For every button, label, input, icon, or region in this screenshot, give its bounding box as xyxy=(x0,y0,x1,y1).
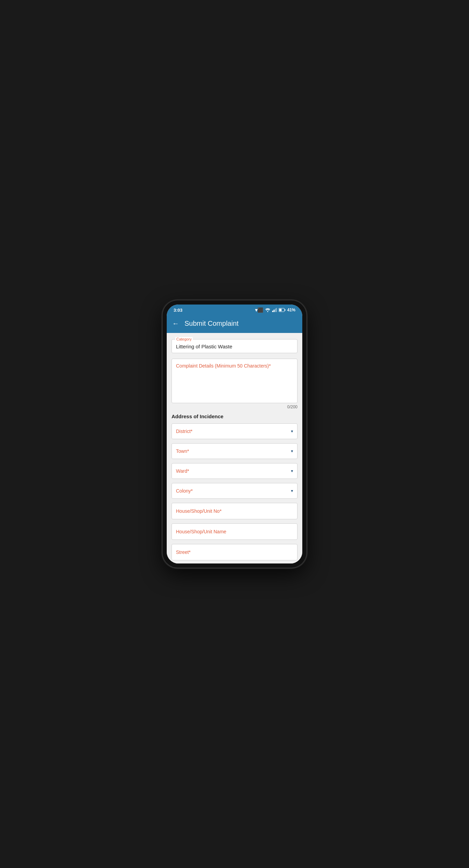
form-content: Category Littering of Plastic Waste Comp… xyxy=(167,333,302,563)
address-section-heading: Address of Incidence xyxy=(172,413,297,419)
app-header: ← Submit Complaint xyxy=(167,315,302,333)
page-title: Submit Complaint xyxy=(185,320,239,327)
colony-label: Colony* xyxy=(176,488,193,494)
ward-chevron-icon: ▾ xyxy=(291,469,293,473)
svg-point-0 xyxy=(267,311,268,312)
district-chevron-icon: ▾ xyxy=(291,429,293,434)
district-dropdown[interactable]: District* ▾ xyxy=(172,423,297,439)
svg-rect-1 xyxy=(272,311,273,312)
back-button[interactable]: ← xyxy=(172,320,179,327)
house-no-label: House/Shop/Unit No* xyxy=(176,508,221,514)
complaint-details-label: Complaint Details (Minimum 50 Characters… xyxy=(176,363,293,369)
wifi-icon-svg xyxy=(265,308,270,312)
svg-rect-7 xyxy=(279,309,281,311)
town-chevron-icon: ▾ xyxy=(291,449,293,454)
district-label: District* xyxy=(176,429,192,434)
battery-text: 41% xyxy=(287,308,295,312)
status-bar: 3:03 ▾⬛ 41% xyxy=(167,305,302,315)
status-icons: ▾⬛ 41% xyxy=(255,307,295,313)
house-no-field[interactable]: House/Shop/Unit No* xyxy=(172,503,297,519)
ward-label: Ward* xyxy=(176,468,189,474)
wifi-icon: ▾⬛ xyxy=(255,307,263,313)
street-field[interactable]: Street* xyxy=(172,544,297,560)
phone-screen: 3:03 ▾⬛ 41% xyxy=(167,305,302,563)
category-value: Littering of Plastic Waste xyxy=(176,342,293,349)
colony-dropdown[interactable]: Colony* ▾ xyxy=(172,483,297,499)
battery-icon-svg xyxy=(279,308,286,312)
svg-rect-3 xyxy=(275,309,276,312)
time-display: 3:03 xyxy=(174,308,182,313)
phone-frame: 3:03 ▾⬛ 41% xyxy=(163,300,306,568)
category-field: Category Littering of Plastic Waste xyxy=(172,339,297,353)
svg-rect-2 xyxy=(274,310,275,312)
street-label: Street* xyxy=(176,549,191,555)
town-dropdown[interactable]: Town* ▾ xyxy=(172,443,297,459)
category-label: Category xyxy=(175,337,193,341)
ward-dropdown[interactable]: Ward* ▾ xyxy=(172,463,297,479)
colony-chevron-icon: ▾ xyxy=(291,488,293,493)
signal-icon-svg xyxy=(272,308,277,312)
svg-rect-6 xyxy=(284,309,285,311)
char-count: 0/200 xyxy=(172,405,297,409)
complaint-details-field[interactable]: Complaint Details (Minimum 50 Characters… xyxy=(172,359,297,403)
svg-rect-4 xyxy=(276,308,277,312)
house-name-label: House/Shop/Unit Name xyxy=(176,529,226,534)
house-name-field[interactable]: House/Shop/Unit Name xyxy=(172,523,297,540)
town-label: Town* xyxy=(176,448,189,454)
